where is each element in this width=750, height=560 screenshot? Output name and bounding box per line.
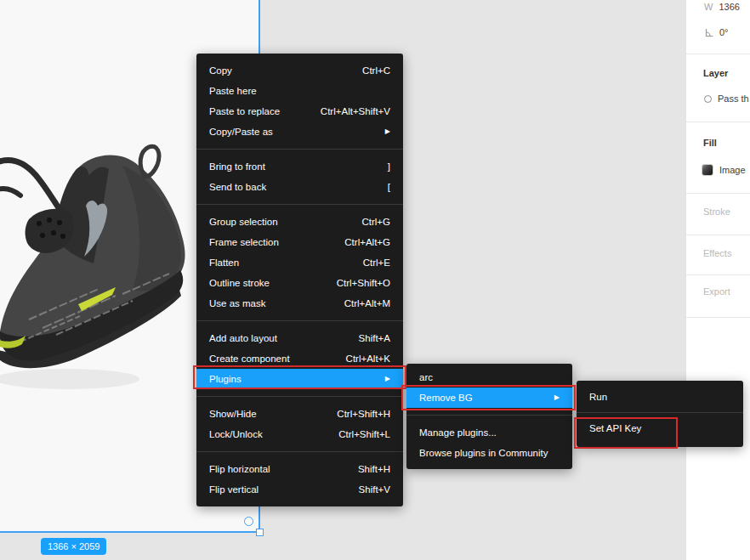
menu-item-label: Group selection xyxy=(209,217,278,227)
menu-item-group-selection[interactable]: Group selection Ctrl+G xyxy=(196,212,403,232)
menu-item-copy-paste-as[interactable]: Copy/Paste as ▶ xyxy=(196,122,403,142)
menu-item-shortcut: Ctrl+Shift+O xyxy=(337,278,390,288)
menu-item-flatten[interactable]: Flatten Ctrl+E xyxy=(196,252,403,273)
menu-item-label: Paste to replace xyxy=(209,106,280,116)
menu-item-flip-vertical[interactable]: Flip vertical Shift+V xyxy=(196,479,403,500)
menu-item-shortcut: Ctrl+C xyxy=(362,65,390,76)
menu-item-paste-here[interactable]: Paste here xyxy=(196,81,403,101)
menu-item-bring-to-front[interactable]: Bring to front ] xyxy=(196,156,403,177)
menu-separator xyxy=(196,451,403,452)
plugins-submenu: arc Remove BG ▶ Manage plugins... Browse… xyxy=(406,364,572,469)
resize-handle[interactable] xyxy=(256,529,264,536)
menu-item-label: Show/Hide xyxy=(209,409,257,419)
submenu-item-browse-plugins[interactable]: Browse plugins in Community xyxy=(406,443,572,463)
menu-item-lock-unlock[interactable]: Lock/Unlock Ctrl+Shift+L xyxy=(196,424,403,444)
menu-item-paste-to-replace[interactable]: Paste to replace Ctrl+Alt+Shift+V xyxy=(196,101,403,122)
removebg-submenu: Run Set API Key xyxy=(577,381,743,447)
panel-divider xyxy=(686,317,750,318)
menu-item-shortcut: Ctrl+Alt+K xyxy=(346,354,390,364)
menu-item-shortcut: [ xyxy=(388,182,390,192)
menu-item-send-to-back[interactable]: Send to back [ xyxy=(196,177,403,197)
menu-item-show-hide[interactable]: Show/Hide Ctrl+Shift+H xyxy=(196,404,403,424)
menu-item-label: Lock/Unlock xyxy=(209,429,263,439)
menu-item-label: Copy xyxy=(209,65,232,76)
corner-radius-handle[interactable] xyxy=(244,517,253,526)
menu-item-label: arc xyxy=(419,372,433,382)
menu-item-outline-stroke[interactable]: Outline stroke Ctrl+Shift+O xyxy=(196,273,403,293)
menu-item-shortcut: Ctrl+Shift+L xyxy=(338,429,390,439)
menu-item-label: Send to back xyxy=(209,182,266,192)
effects-section-title: Effects xyxy=(703,248,731,258)
menu-item-use-as-mask[interactable]: Use as mask Ctrl+Alt+M xyxy=(196,293,403,314)
export-section-title: Export xyxy=(703,286,730,297)
menu-item-label: Flatten xyxy=(209,257,239,268)
menu-separator xyxy=(196,320,403,321)
shoe-heel-tab xyxy=(140,146,159,177)
rotation-value[interactable]: 0° xyxy=(719,27,729,37)
menu-item-label: Run xyxy=(589,392,607,402)
submenu-item-arc[interactable]: arc xyxy=(406,367,572,387)
blend-mode-icon xyxy=(704,95,712,103)
context-menu: Copy Ctrl+C Paste here Paste to replace … xyxy=(196,54,403,506)
selection-size-badge: 1366 × 2059 xyxy=(41,538,106,555)
menu-separator xyxy=(196,149,403,150)
menu-item-label: Paste here xyxy=(209,86,257,96)
menu-item-shortcut: Shift+V xyxy=(359,484,390,495)
menu-item-label: Use as mask xyxy=(209,298,265,308)
menu-item-shortcut: Shift+H xyxy=(358,464,390,474)
rotation-property[interactable]: 0° xyxy=(704,27,729,37)
panel-divider xyxy=(686,274,750,275)
submenu-item-run[interactable]: Run xyxy=(577,386,743,408)
properties-panel: W 1366 0° Layer Pass th Fill Image Strok… xyxy=(685,0,750,560)
menu-item-plugins[interactable]: Plugins ▶ xyxy=(196,369,403,389)
width-label: W xyxy=(704,2,713,12)
fill-image-thumbnail[interactable] xyxy=(702,164,713,176)
panel-divider xyxy=(686,122,750,122)
menu-item-label: Browse plugins in Community xyxy=(419,448,548,458)
shoe-image[interactable] xyxy=(0,127,203,404)
submenu-arrow-icon: ▶ xyxy=(554,394,560,401)
menu-item-shortcut: Ctrl+Shift+H xyxy=(337,409,390,419)
panel-divider xyxy=(686,193,750,194)
panel-divider xyxy=(686,235,750,235)
menu-item-shortcut: Ctrl+E xyxy=(363,257,390,268)
panel-divider xyxy=(686,54,750,54)
rotation-icon xyxy=(704,28,713,37)
submenu-arrow-icon: ▶ xyxy=(385,128,390,135)
blend-mode-value[interactable]: Pass th xyxy=(718,93,749,104)
menu-item-create-component[interactable]: Create component Ctrl+Alt+K xyxy=(196,348,403,369)
menu-item-shortcut: Ctrl+G xyxy=(361,217,390,227)
submenu-item-remove-bg[interactable]: Remove BG ▶ xyxy=(406,387,572,408)
menu-item-label: Outline stroke xyxy=(209,278,270,288)
menu-item-frame-selection[interactable]: Frame selection Ctrl+Alt+G xyxy=(196,232,403,252)
menu-separator xyxy=(196,204,403,205)
menu-item-label: Bring to front xyxy=(209,161,265,172)
menu-item-shortcut: Ctrl+Alt+G xyxy=(344,237,390,247)
menu-separator xyxy=(196,396,403,397)
menu-separator xyxy=(577,412,743,413)
menu-item-label: Flip horizontal xyxy=(209,464,270,474)
fill-section-title: Fill xyxy=(703,138,717,148)
blend-mode-select[interactable]: Pass th xyxy=(704,93,749,104)
menu-item-copy[interactable]: Copy Ctrl+C xyxy=(196,60,403,81)
submenu-arrow-icon: ▶ xyxy=(385,376,390,382)
submenu-item-manage-plugins[interactable]: Manage plugins... xyxy=(406,422,572,443)
menu-item-add-auto-layout[interactable]: Add auto layout Shift+A xyxy=(196,328,403,348)
menu-item-label: Flip vertical xyxy=(209,484,259,495)
shoe-shadow xyxy=(0,369,139,389)
menu-item-shortcut: Ctrl+Alt+Shift+V xyxy=(321,106,390,116)
menu-item-label: Create component xyxy=(209,354,290,364)
stroke-section-title: Stroke xyxy=(703,206,730,217)
menu-item-shortcut: ] xyxy=(388,161,390,172)
layer-section-title: Layer xyxy=(703,68,728,78)
menu-item-flip-horizontal[interactable]: Flip horizontal Shift+H xyxy=(196,459,403,479)
menu-item-shortcut: Shift+A xyxy=(359,333,390,343)
menu-item-label: Set API Key xyxy=(589,423,641,433)
menu-item-label: Copy/Paste as xyxy=(209,127,273,137)
menu-item-label: Frame selection xyxy=(209,237,279,247)
fill-value[interactable]: Image xyxy=(719,165,746,175)
width-property[interactable]: W 1366 xyxy=(704,2,740,12)
fill-row[interactable]: Image xyxy=(702,164,746,176)
width-value[interactable]: 1366 xyxy=(719,2,739,12)
submenu-item-set-api-key[interactable]: Set API Key xyxy=(577,417,743,439)
